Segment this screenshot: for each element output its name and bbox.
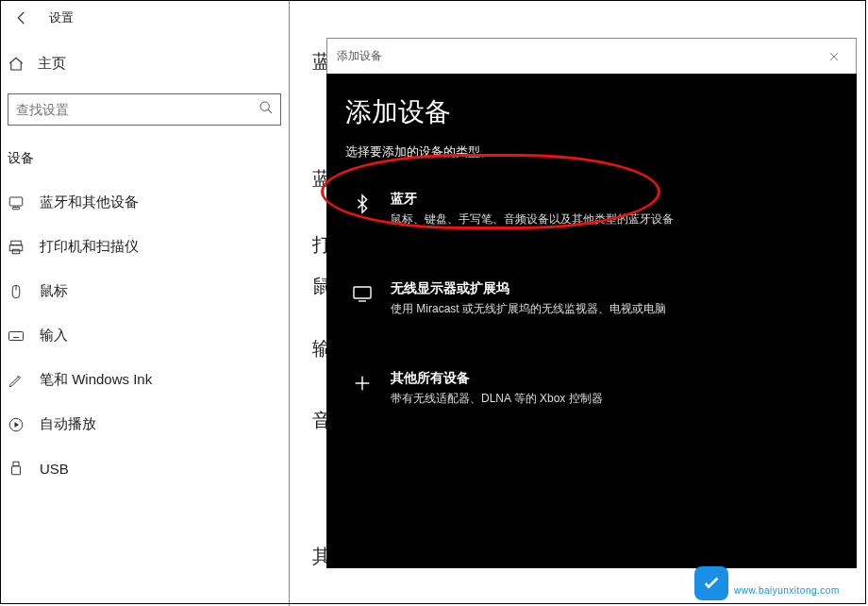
option-wireless-display[interactable]: 无线显示器或扩展坞 使用 Miracast 或无线扩展坞的无线监视器、电视或电脑 [345,267,838,330]
dialog-title-bar: 添加设备 [326,38,857,74]
watermark-line1: 白云一键重装系统 [734,570,862,586]
nav-item-typing[interactable]: 输入 [0,313,289,358]
keyboard-icon [8,328,25,345]
option-desc: 鼠标、键盘、手写笔、音频设备以及其他类型的蓝牙设备 [391,211,674,227]
add-device-dialog: 添加设备 添加设备 选择要添加的设备的类型。 蓝牙 鼠标、键盘、手写笔、音频设备… [326,38,857,568]
nav-item-mouse[interactable]: 鼠标 [0,269,289,313]
nav-item-printers[interactable]: 打印机和扫描仪 [0,225,289,269]
svg-rect-5 [12,249,20,254]
printer-icon [8,239,25,256]
option-everything-else[interactable]: 其他所有设备 带有无线适配器、DLNA 等的 Xbox 控制器 [345,357,838,420]
nav-label: 笔和 Windows Ink [40,371,152,389]
dialog-body: 添加设备 选择要添加的设备的类型。 蓝牙 鼠标、键盘、手写笔、音频设备以及其他类… [326,74,857,441]
search-icon [259,100,274,119]
watermark-line2: www.baiyunxitong.com [734,586,862,597]
autoplay-icon [8,416,25,433]
option-bluetooth[interactable]: 蓝牙 鼠标、键盘、手写笔、音频设备以及其他类型的蓝牙设备 [345,177,838,241]
close-button[interactable] [812,39,856,75]
nav-item-pen[interactable]: 笔和 Windows Ink [0,358,289,402]
bluetooth-icon [349,191,376,217]
back-arrow-icon[interactable] [11,8,32,28]
svg-rect-17 [354,287,371,298]
dialog-subheading: 选择要添加的设备的类型。 [345,143,838,160]
nav-label: USB [40,461,69,477]
watermark-text: 白云一键重装系统 www.baiyunxitong.com [734,570,862,596]
display-icon [349,280,376,307]
dialog-heading: 添加设备 [345,94,838,130]
settings-sidebar: 设置 主页 设备 蓝牙和其他设备 打印机和扫描仪 [0,0,290,606]
nav-label: 打印机和扫描仪 [40,238,139,256]
bluetooth-devices-icon [8,194,25,211]
option-title: 其他所有设备 [391,370,603,387]
svg-rect-1 [9,197,23,206]
settings-title: 设置 [49,9,74,26]
nav-item-autoplay[interactable]: 自动播放 [0,402,289,446]
top-bar: 设置 [0,0,289,42]
nav-list: 蓝牙和其他设备 打印机和扫描仪 鼠标 输入 笔和 Windows Ink [0,180,289,490]
home-label: 主页 [38,55,66,73]
search-wrap [8,93,281,126]
svg-rect-2 [12,207,20,209]
option-texts: 无线显示器或扩展坞 使用 Miracast 或无线扩展坞的无线监视器、电视或电脑 [391,280,666,317]
section-label: 设备 [0,126,289,180]
dialog-title-text: 添加设备 [337,48,382,64]
svg-rect-3 [11,241,22,245]
nav-label: 自动播放 [40,415,96,433]
usb-icon [8,460,25,477]
mouse-icon [8,283,25,300]
nav-item-usb[interactable]: USB [0,446,289,490]
nav-label: 输入 [40,327,68,345]
watermark-logo-icon [694,566,728,600]
option-texts: 其他所有设备 带有无线适配器、DLNA 等的 Xbox 控制器 [391,370,603,407]
plus-icon [349,370,376,396]
watermark: 白云一键重装系统 www.baiyunxitong.com [694,566,862,600]
option-texts: 蓝牙 鼠标、键盘、手写笔、音频设备以及其他类型的蓝牙设备 [391,191,674,227]
search-input[interactable] [8,93,281,126]
svg-point-0 [260,102,269,110]
svg-rect-15 [13,462,19,466]
option-title: 蓝牙 [391,191,674,208]
home-row[interactable]: 主页 [0,42,289,86]
option-desc: 使用 Miracast 或无线扩展坞的无线监视器、电视或电脑 [391,301,666,317]
svg-rect-16 [12,466,21,475]
nav-label: 蓝牙和其他设备 [40,194,139,211]
svg-rect-4 [9,244,23,250]
home-icon [8,56,25,73]
svg-rect-8 [9,331,24,340]
option-desc: 带有无线适配器、DLNA 等的 Xbox 控制器 [391,391,603,407]
nav-label: 鼠标 [40,282,68,300]
pen-icon [8,372,25,389]
nav-item-bluetooth-devices[interactable]: 蓝牙和其他设备 [0,180,289,225]
option-title: 无线显示器或扩展坞 [391,280,666,297]
